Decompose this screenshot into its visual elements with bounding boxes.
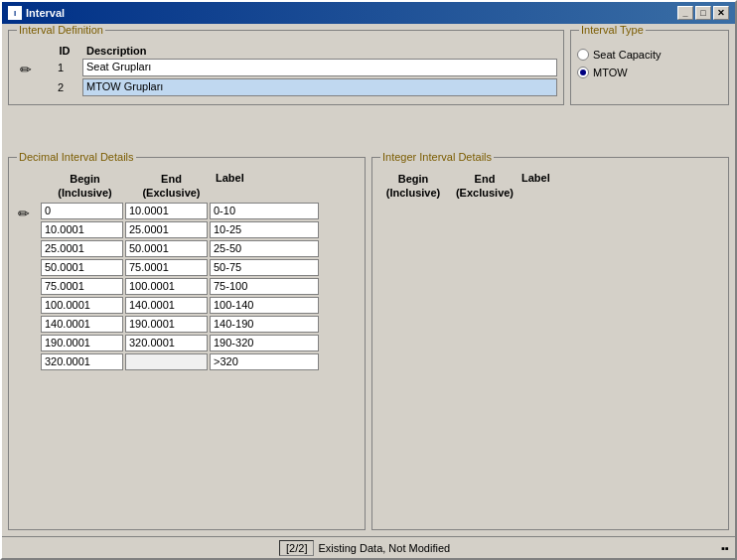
row-1-id: 1 [41,61,80,74]
list-item [41,278,319,295]
status-text: Existing Data, Not Modified [318,542,450,554]
interval-type-group: Interval Type Seat Capacity MTOW [570,30,729,105]
end-input[interactable] [125,203,208,219]
row-2-id: 2 [41,80,80,94]
row-1-description[interactable]: Seat Grupları [82,59,557,76]
begin-input[interactable] [41,316,123,333]
bottom-section: Decimal Interval Details Begin (Inclusiv… [8,157,729,530]
window-icon: I [8,6,22,20]
integer-col-label: Label [521,172,601,201]
definition-rows: 1 Seat Grupları 2 MTOW Grupları [41,59,557,98]
end-input[interactable] [125,240,208,257]
col-header-id: ID [45,45,84,57]
label-input[interactable] [210,297,319,314]
list-item [41,353,319,370]
close-button[interactable]: ✕ [713,6,729,20]
end-input[interactable] [125,278,208,295]
status-end-spacer: ▪▪ [721,542,729,554]
decimal-interval-table: Begin (Inclusive) End (Exclusive) Label … [15,172,359,370]
integer-interval-group: Integer Interval Details Begin (Inclusiv… [371,157,729,530]
begin-input[interactable] [41,221,123,238]
row-2-description[interactable]: MTOW Grupları [82,78,557,96]
col-header-description: Description [86,45,147,57]
decimal-col-end: End (Exclusive) [129,172,214,201]
decimal-data-rows [41,203,319,370]
begin-input[interactable] [41,278,123,295]
decimal-col-begin: Begin (Inclusive) [43,172,127,201]
radio-mtow-btn[interactable] [577,67,589,78]
window-title: Interval [26,7,65,19]
list-item [41,240,319,257]
radio-group: Seat Capacity MTOW [577,49,722,78]
main-window: I Interval _ □ ✕ Interval Definition ID … [0,0,737,560]
integer-col-begin: Begin (Inclusive) [378,172,448,201]
begin-input[interactable] [41,240,123,257]
end-input[interactable] [125,353,208,370]
definition-data-section: ✏ 1 Seat Grupları 2 MTOW Grupları [15,59,557,98]
list-item [41,221,319,238]
minimize-button[interactable]: _ [677,6,693,20]
table-header: ID Description [15,45,557,57]
integer-table-header: Begin (Inclusive) End (Exclusive) Label [378,172,722,201]
integer-interval-table: Begin (Inclusive) End (Exclusive) Label [378,172,722,203]
begin-input[interactable] [41,297,123,314]
status-section: [2/2] Existing Data, Not Modified [279,540,450,556]
radio-seat-capacity-label: Seat Capacity [593,49,661,61]
list-item [41,297,319,314]
list-item [41,335,319,351]
list-item [41,203,319,219]
decimal-interval-title: Decimal Interval Details [17,151,136,163]
decimal-interval-group: Decimal Interval Details Begin (Inclusiv… [8,157,366,530]
end-input[interactable] [125,316,208,333]
end-input[interactable] [125,221,208,238]
label-input[interactable] [210,259,319,276]
list-item [41,316,319,333]
status-bar: [2/2] Existing Data, Not Modified ▪▪ [2,536,735,558]
pencil-icon: ✏ [17,61,35,78]
radio-mtow-label: MTOW [593,67,628,78]
label-input[interactable] [210,221,319,238]
label-input[interactable] [210,316,319,333]
interval-definition-group: Interval Definition ID Description ✏ 1 [8,30,564,105]
title-controls: _ □ ✕ [677,6,729,20]
table-row: 1 Seat Grupları [41,59,557,76]
interval-definition-title: Interval Definition [17,24,105,36]
interval-type-title: Interval Type [579,24,646,36]
begin-input[interactable] [41,335,123,351]
label-input[interactable] [210,278,319,295]
maximize-button[interactable]: □ [695,6,711,20]
begin-input[interactable] [41,353,123,370]
label-input[interactable] [210,353,319,370]
end-input[interactable] [125,335,208,351]
decimal-table-header: Begin (Inclusive) End (Exclusive) Label [15,172,359,201]
label-input[interactable] [210,240,319,257]
integer-col-end: End (Exclusive) [450,172,519,201]
radio-mtow[interactable]: MTOW [577,67,722,78]
decimal-interval-rows: ✏ [15,203,359,370]
label-input[interactable] [210,203,319,219]
list-item [41,259,319,276]
decimal-row-icon: ✏ [15,203,37,222]
decimal-col-label: Label [216,172,305,201]
integer-interval-title: Integer Interval Details [380,151,494,163]
title-bar: I Interval _ □ ✕ [2,2,735,24]
decimal-pencil-icon: ✏ [15,205,33,222]
radio-seat-capacity-btn[interactable] [577,49,589,61]
top-section: Interval Definition ID Description ✏ 1 [8,30,729,105]
end-input[interactable] [125,297,208,314]
begin-input[interactable] [41,259,123,276]
window-content: Interval Definition ID Description ✏ 1 [2,24,735,536]
radio-seat-capacity[interactable]: Seat Capacity [577,49,722,61]
begin-input[interactable] [41,203,123,219]
label-input[interactable] [210,335,319,351]
middle-spacer [8,111,729,151]
end-input[interactable] [125,259,208,276]
table-row: 2 MTOW Grupları [41,78,557,96]
page-indicator: [2/2] [279,540,314,556]
row-edit-icon: ✏ [15,59,37,78]
title-bar-left: I Interval [8,6,65,20]
